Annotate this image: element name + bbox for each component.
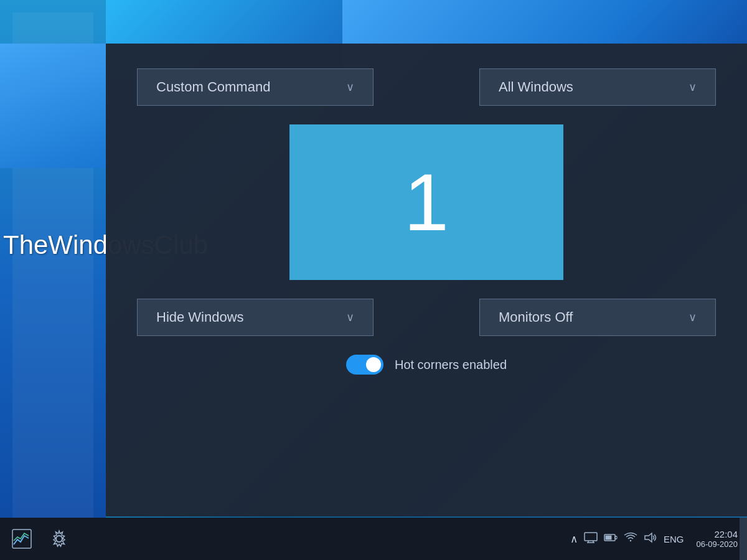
language-indicator[interactable]: ENG bbox=[664, 534, 684, 544]
panel-content: Custom Command ∨ All Windows ∨ 1 Hide Wi… bbox=[106, 44, 747, 399]
monitor-number: 1 bbox=[404, 162, 449, 243]
custom-command-label: Custom Command bbox=[156, 79, 270, 95]
top-row: Custom Command ∨ All Windows ∨ bbox=[137, 68, 716, 106]
all-windows-button[interactable]: All Windows ∨ bbox=[479, 68, 716, 106]
volume-tray-icon bbox=[644, 532, 657, 546]
monitor-display: 1 bbox=[289, 124, 563, 280]
taskbar: ∧ bbox=[0, 518, 747, 560]
monitors-off-chevron-icon: ∨ bbox=[688, 310, 697, 324]
clock-time: 22:04 bbox=[714, 529, 738, 539]
hot-corners-toggle[interactable] bbox=[346, 355, 383, 375]
chart-taskbar-icon[interactable] bbox=[9, 526, 34, 551]
svg-rect-2 bbox=[585, 533, 597, 541]
custom-command-chevron-icon: ∨ bbox=[346, 80, 354, 94]
battery-tray-icon bbox=[604, 533, 618, 545]
display-tray-icon bbox=[584, 532, 598, 546]
monitors-off-button[interactable]: Monitors Off ∨ bbox=[479, 299, 716, 336]
hide-windows-chevron-icon: ∨ bbox=[346, 310, 354, 324]
all-windows-chevron-icon: ∨ bbox=[688, 80, 697, 94]
svg-rect-7 bbox=[605, 536, 611, 540]
svg-point-1 bbox=[56, 536, 62, 542]
all-windows-label: All Windows bbox=[499, 79, 573, 95]
hot-corners-row: Hot corners enabled bbox=[346, 355, 507, 375]
gear-taskbar-icon[interactable] bbox=[47, 526, 72, 551]
hide-windows-label: Hide Windows bbox=[156, 309, 244, 325]
taskbar-right: ∧ bbox=[570, 529, 738, 549]
svg-marker-12 bbox=[645, 533, 652, 542]
hide-windows-button[interactable]: Hide Windows ∨ bbox=[137, 299, 374, 336]
clock-area[interactable]: 22:04 06-09-2020 bbox=[697, 529, 738, 549]
custom-command-button[interactable]: Custom Command ∨ bbox=[137, 68, 374, 106]
clock-date: 06-09-2020 bbox=[697, 539, 738, 549]
desktop-shape-1 bbox=[0, 44, 106, 168]
taskbar-edge bbox=[740, 518, 747, 560]
monitors-off-label: Monitors Off bbox=[499, 309, 573, 325]
app-panel: Custom Command ∨ All Windows ∨ 1 Hide Wi… bbox=[106, 44, 747, 516]
system-tray: ∧ bbox=[570, 532, 684, 546]
bottom-row: Hide Windows ∨ Monitors Off ∨ bbox=[137, 299, 716, 336]
show-hidden-icons-button[interactable]: ∧ bbox=[570, 533, 578, 546]
taskbar-left bbox=[9, 526, 72, 551]
wifi-tray-icon bbox=[624, 532, 637, 546]
hot-corners-label: Hot corners enabled bbox=[395, 358, 507, 372]
